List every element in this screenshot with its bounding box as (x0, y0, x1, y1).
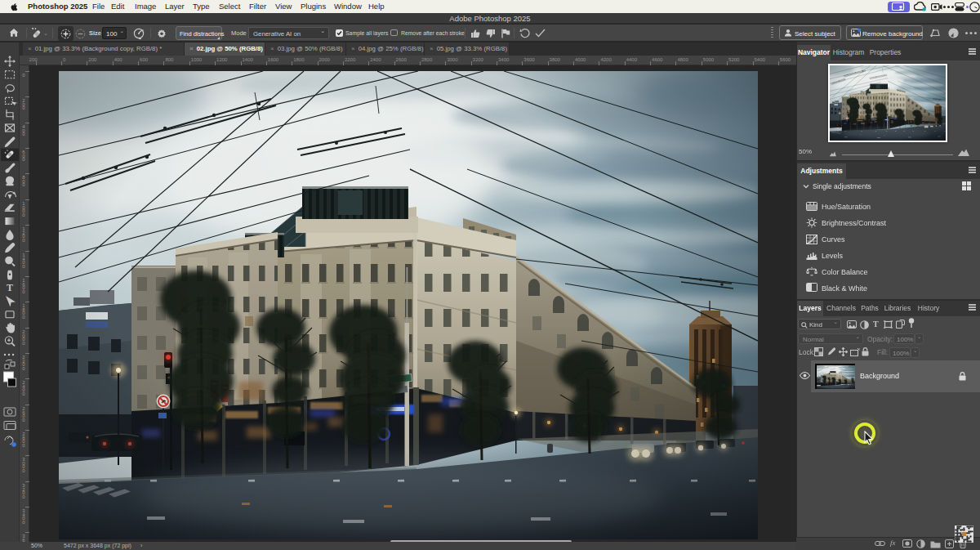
svg-text:T: T (7, 282, 13, 293)
